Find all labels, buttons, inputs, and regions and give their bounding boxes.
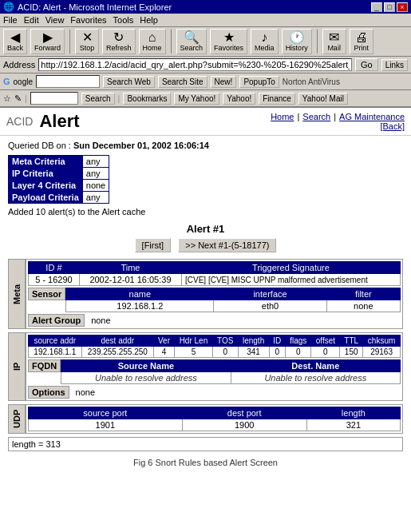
meta-data-row: 5 - 16290 2002-12-01 16:05:39 [CVE] [CVE…: [29, 274, 401, 286]
secondary-search-input[interactable]: [30, 92, 78, 105]
toolbar: ◀ Back ▶ Forward ✕ Stop ↻ Refresh ⌂ Home…: [0, 27, 411, 57]
secondary-search-button[interactable]: Search: [81, 93, 115, 105]
src-port: 1901: [29, 419, 183, 431]
dst-addr[interactable]: 239.255.255.250: [81, 347, 154, 358]
menu-tools[interactable]: Tools: [113, 15, 134, 25]
ip-tos: 0: [212, 347, 238, 358]
udp-label: UDP: [8, 404, 26, 434]
toolbar-separator3: |: [118, 93, 121, 103]
back-link[interactable]: [Back]: [380, 121, 405, 131]
menu-file[interactable]: File: [3, 15, 18, 25]
search-web-button[interactable]: Search Web: [103, 76, 155, 88]
refresh-button[interactable]: ↻ Refresh: [102, 29, 136, 54]
src-addr-header: source addr: [29, 335, 82, 347]
payload-criteria-value: any: [82, 192, 109, 204]
dst-port: 1900: [182, 419, 306, 431]
query-date: Sun December 01, 2002 16:06:14: [73, 141, 209, 150]
sensor-row: 192.168.1.2 eth0 none: [66, 300, 401, 312]
meta-criteria-label: Meta Criteria: [9, 156, 83, 168]
nav-ag-maintenance[interactable]: AG Maintenance: [339, 112, 405, 121]
meta-content: ID # Time Triggered Signature 5 - 16290 …: [26, 259, 403, 329]
options-section: Options none: [28, 386, 401, 399]
fqdn-label: FQDN: [28, 359, 61, 372]
address-label: Address: [3, 60, 35, 69]
new-button[interactable]: New!: [211, 76, 237, 88]
home-button[interactable]: ⌂ Home: [139, 29, 166, 54]
go-button[interactable]: Go: [355, 58, 378, 71]
stop-button[interactable]: ✕ Stop: [75, 29, 99, 54]
length-header: length: [238, 335, 269, 347]
nav-home[interactable]: Home: [271, 112, 294, 121]
signature-header: Triggered Signature: [182, 262, 401, 274]
meta-id: 5 - 16290: [29, 274, 80, 286]
menu-favorites[interactable]: Favorites: [70, 15, 106, 25]
next-button[interactable]: >> Next #1-(5-18177): [178, 238, 276, 252]
chksum-header: chksum: [363, 335, 401, 347]
ttl-header: TTL: [340, 335, 363, 347]
meta-label: Meta: [8, 259, 26, 329]
links-button[interactable]: Links: [381, 59, 408, 71]
menu-view[interactable]: View: [45, 15, 65, 25]
history-button[interactable]: 🕐 History: [282, 29, 312, 54]
media-button[interactable]: ♪ Media: [251, 29, 279, 54]
src-addr[interactable]: 192.168.1.1: [29, 347, 82, 358]
yahoo-mail-button[interactable]: Yahoo! Mail: [298, 93, 348, 105]
id-header-ip: ID: [269, 335, 285, 347]
bookmarks-button[interactable]: Bookmarks: [123, 93, 171, 105]
search-button[interactable]: 🔍 Search: [176, 29, 207, 54]
fqdn-table: Source Name Dest. Name Unable to resolve…: [61, 359, 401, 384]
favorites-button[interactable]: ★ Favorites: [210, 29, 247, 54]
maximize-button[interactable]: □: [384, 2, 395, 12]
time-header: Time: [79, 262, 181, 274]
meta-time: 2002-12-01 16:05:39: [79, 274, 181, 286]
queried-label: Queried DB on :: [8, 141, 71, 150]
dst-addr-header: dest addr: [81, 335, 154, 347]
forward-button[interactable]: ▶ Forward: [30, 29, 65, 54]
payload-criteria-label: Payload Criteria: [9, 192, 83, 204]
sensor-name: 192.168.1.2: [66, 300, 214, 312]
id-header: ID #: [29, 262, 80, 274]
ip-criteria-label: IP Criteria: [9, 168, 83, 180]
source-name-header: Source Name: [61, 360, 231, 372]
acid-header: ACID Alert Home | Search | AG Maintenanc…: [0, 108, 411, 136]
menu-edit[interactable]: Edit: [24, 15, 39, 25]
figure-caption: Fig 6 Snort Rules based Alert Screen: [8, 458, 403, 467]
acid-title: Alert: [39, 111, 79, 132]
layer4-criteria-label: Layer 4 Criteria: [9, 180, 83, 192]
address-bar: Address Go Links: [0, 57, 411, 73]
print-button[interactable]: 🖨 Print: [350, 29, 373, 54]
src-port-header: source port: [29, 407, 183, 419]
first-button[interactable]: [First]: [135, 238, 172, 252]
nav-search[interactable]: Search: [302, 112, 330, 121]
edit-icon: ✎: [14, 93, 22, 104]
tos-header: TOS: [212, 335, 238, 347]
meta-section: Meta ID # Time Triggered Signature 5 - 1…: [8, 259, 403, 329]
sensor-name-header: name: [66, 288, 214, 300]
close-button[interactable]: ×: [397, 2, 408, 12]
google-search-input[interactable]: [36, 75, 100, 88]
acid-logo: ACID: [6, 115, 33, 128]
fqdn-section: FQDN Source Name Dest. Name: [28, 359, 401, 384]
mail-button[interactable]: ✉ Mail: [322, 29, 346, 54]
minimize-button[interactable]: _: [371, 2, 382, 12]
criteria-table: Meta Criteria any IP Criteria any Layer …: [8, 155, 109, 204]
udp-table: source port dest port length 1901 1900 3…: [28, 407, 401, 431]
cache-message: Added 10 alert(s) to the Alert cache: [8, 207, 403, 216]
back-button[interactable]: ◀ Back: [3, 29, 27, 54]
sensor-filter: none: [326, 300, 400, 312]
popup-button[interactable]: PopupTo: [239, 76, 279, 88]
menu-help[interactable]: Help: [140, 15, 158, 25]
yahoo-button[interactable]: Yahoo!: [223, 93, 255, 105]
my-yahoo-button[interactable]: My Yahoo!: [174, 93, 219, 105]
udp-section: UDP source port dest port length 1901 19…: [8, 404, 403, 434]
options-label: Options: [28, 386, 69, 399]
ip-main-table: source addr dest addr Ver Hdr Len TOS le…: [28, 335, 401, 358]
ver-header: Ver: [154, 335, 175, 347]
ip-ver: 4: [154, 347, 175, 358]
udp-content: source port dest port length 1901 1900 3…: [26, 404, 403, 434]
dest-name: Unable to resolve address: [231, 372, 400, 384]
finance-button[interactable]: Finance: [259, 93, 295, 105]
address-input[interactable]: [38, 58, 352, 71]
title-bar-text: ACID: Alert - Microsoft Internet Explore…: [18, 2, 172, 12]
search-site-button[interactable]: Search Site: [158, 76, 207, 88]
